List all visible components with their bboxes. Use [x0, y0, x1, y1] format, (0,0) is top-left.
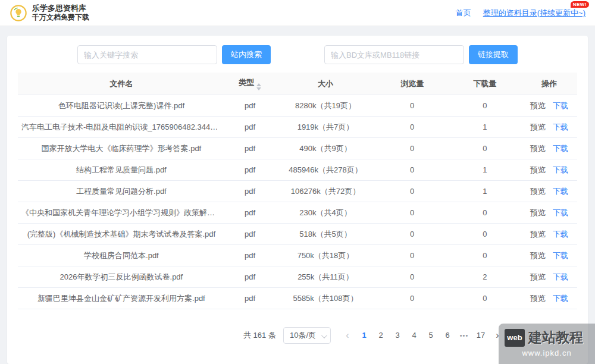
site-search-button[interactable]: 站内搜索 [222, 45, 271, 64]
site-logo-icon [10, 4, 27, 22]
chevron-down-icon [321, 332, 327, 338]
file-name[interactable]: 色环电阻器记识读(上课完整)课件.pdf [18, 101, 225, 111]
file-size: 518k（共5页） [275, 229, 375, 240]
file-size: 5585k（共108页） [275, 293, 375, 304]
file-downloads: 1 [449, 123, 521, 131]
watermark-top: web 建站教程 [505, 328, 589, 347]
preview-link[interactable]: 预览 [530, 123, 546, 131]
file-downloads: 0 [449, 101, 521, 110]
table-row: 《中央和国家机关青年理论学习小组学习规则》政策解读与实施意... pdf 230… [18, 202, 577, 224]
watermark-url: www.ipkd.cn [505, 349, 589, 357]
file-name[interactable]: 结构工程常见质量问题.pdf [18, 165, 225, 175]
preview-link[interactable]: 预览 [530, 251, 546, 260]
file-size: 106276k（共72页） [275, 186, 375, 197]
file-downloads: 1 [449, 165, 521, 174]
file-type: pdf [225, 101, 275, 110]
file-views: 0 [376, 101, 449, 110]
file-views: 0 [376, 294, 449, 303]
preview-link[interactable]: 预览 [530, 101, 546, 110]
nav-home-link[interactable]: 首页 [456, 8, 471, 18]
download-link[interactable]: 下载 [553, 187, 568, 196]
file-name[interactable]: 2026年数学初三反比例函数试卷.pdf [18, 272, 225, 283]
file-downloads: 0 [449, 230, 521, 239]
top-bar: 乐学多思资料库 千万文档免费下载 首页 整理的资料目录(持续更新中~)NEW! [0, 0, 595, 26]
search-row: 站内搜索 链接提取 [18, 45, 577, 64]
download-link[interactable]: 下载 [553, 208, 568, 217]
nav-catalog-label: 整理的资料目录(持续更新中~) [483, 8, 585, 17]
preview-link[interactable]: 预览 [530, 294, 546, 303]
header-actions: 操作 [521, 79, 577, 89]
web-logo-icon: web [505, 329, 525, 347]
file-views: 0 [376, 208, 449, 217]
download-link[interactable]: 下载 [553, 272, 568, 281]
link-extract-input[interactable] [324, 45, 464, 64]
page-button-3[interactable]: 3 [390, 327, 405, 344]
table-row: 工程质量常见问题分析.pdf pdf 106276k（共72页） 0 1 预览下… [18, 181, 577, 202]
file-downloads: 0 [449, 208, 521, 217]
header-type-label: 类型 [239, 78, 254, 87]
file-downloads: 1 [449, 187, 521, 196]
file-size: 255k（共11页） [275, 272, 375, 283]
download-link[interactable]: 下载 [553, 294, 568, 303]
page-button-2[interactable]: 2 [374, 327, 388, 344]
download-link[interactable]: 下载 [553, 230, 568, 239]
preview-link[interactable]: 预览 [530, 230, 546, 239]
page-button-6[interactable]: 6 [440, 327, 455, 344]
page-button-5[interactable]: 5 [424, 327, 438, 344]
site-subtitle: 千万文档免费下载 [32, 13, 89, 22]
page-size-select[interactable]: 10条/页 [283, 327, 331, 344]
table-row: 国家开放大学电大《临床药理学》形考答案.pdf pdf 490k（共9页） 0 … [18, 138, 577, 159]
file-name[interactable]: 国家开放大学电大《临床药理学》形考答案.pdf [18, 143, 225, 154]
file-type: pdf [225, 294, 275, 303]
preview-link[interactable]: 预览 [530, 165, 546, 174]
file-type: pdf [225, 165, 275, 174]
file-views: 0 [376, 272, 449, 281]
file-name[interactable]: (完整版)《机械制造技术基础》期末考试试卷及答案.pdf [18, 229, 225, 240]
table-row: 新疆巴里坤县金山金矿矿产资源开发利用方案.pdf pdf 5585k（共108页… [18, 288, 577, 309]
link-extract-button[interactable]: 链接提取 [469, 45, 518, 64]
preview-link[interactable]: 预览 [530, 187, 546, 196]
download-link[interactable]: 下载 [553, 251, 568, 260]
file-name[interactable]: 《中央和国家机关青年理论学习小组学习规则》政策解读与实施意... [18, 208, 225, 218]
download-link[interactable]: 下载 [553, 123, 568, 131]
header-size: 大小 [275, 79, 375, 89]
preview-link[interactable]: 预览 [530, 272, 546, 281]
sort-caret-icon[interactable] [256, 83, 261, 90]
table-row: 汽车电工电子技术-电阻及电阻的识读_1765906482.344213.pdf … [18, 117, 577, 138]
preview-link[interactable]: 预览 [530, 208, 546, 217]
download-link[interactable]: 下载 [553, 101, 568, 110]
file-views: 0 [376, 230, 449, 239]
file-size: 490k（共9页） [275, 143, 375, 154]
nav-catalog-link[interactable]: 整理的资料目录(持续更新中~)NEW! [483, 8, 585, 18]
file-views: 0 [376, 123, 449, 131]
brand-block: 乐学多思资料库 千万文档免费下载 [32, 4, 89, 22]
table-row: 结构工程常见质量问题.pdf pdf 485946k（共278页） 0 1 预览… [18, 159, 577, 181]
prev-page-button[interactable]: ‹ [340, 327, 355, 344]
page-button-4[interactable]: 4 [407, 327, 421, 344]
file-name[interactable]: 汽车电工电子技术-电阻及电阻的识读_1765906482.344213.pdf [18, 122, 225, 133]
main-card: 站内搜索 链接提取 文件名 类型 大小 浏览量 下载量 操作 色环电阻器记识读(… [7, 36, 588, 364]
page-button-1[interactable]: 1 [357, 327, 371, 344]
file-downloads: 0 [449, 294, 521, 303]
page-size-value: 10条/页 [290, 331, 316, 340]
header-views: 浏览量 [376, 79, 449, 89]
file-size: 230k（共4页） [275, 208, 375, 218]
file-name[interactable]: 学校租房合同范本.pdf [18, 250, 225, 261]
site-title: 乐学多思资料库 [32, 4, 89, 13]
watermark: web 建站教程 www.ipkd.cn [499, 324, 595, 364]
download-link[interactable]: 下载 [553, 165, 568, 174]
file-type: pdf [225, 208, 275, 217]
file-size: 1919k（共7页） [275, 122, 375, 133]
keyword-search-input[interactable] [77, 45, 217, 64]
file-views: 0 [376, 144, 449, 153]
page-button-last[interactable]: 17 [474, 327, 488, 344]
header-type[interactable]: 类型 [225, 77, 275, 90]
file-name[interactable]: 工程质量常见问题分析.pdf [18, 186, 225, 197]
watermark-title: 建站教程 [528, 328, 583, 347]
file-name[interactable]: 新疆巴里坤县金山金矿矿产资源开发利用方案.pdf [18, 293, 225, 304]
preview-link[interactable]: 预览 [530, 144, 546, 153]
download-link[interactable]: 下载 [553, 144, 568, 153]
more-pages-icon[interactable]: ••• [457, 327, 471, 344]
table-row: 2026年数学初三反比例函数试卷.pdf pdf 255k（共11页） 0 2 … [18, 266, 577, 288]
file-downloads: 0 [449, 251, 521, 260]
